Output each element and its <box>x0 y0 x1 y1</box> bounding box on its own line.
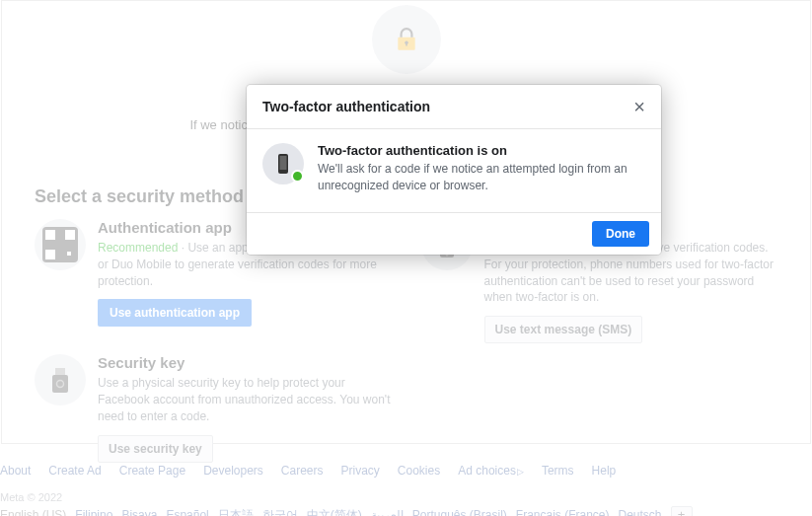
modal-message-title: Two-factor authentication is on <box>318 143 645 158</box>
svg-rect-10 <box>280 156 287 170</box>
modal-overlay[interactable] <box>0 0 812 516</box>
shield-phone-icon <box>262 143 304 184</box>
two-factor-modal: Two-factor authentication × Two-factor a… <box>247 85 661 255</box>
modal-title: Two-factor authentication <box>262 99 430 114</box>
modal-message-desc: We'll ask for a code if we notice an att… <box>318 161 645 194</box>
status-dot-on-icon <box>291 170 304 183</box>
done-button[interactable]: Done <box>592 221 649 247</box>
close-icon[interactable]: × <box>633 97 645 116</box>
